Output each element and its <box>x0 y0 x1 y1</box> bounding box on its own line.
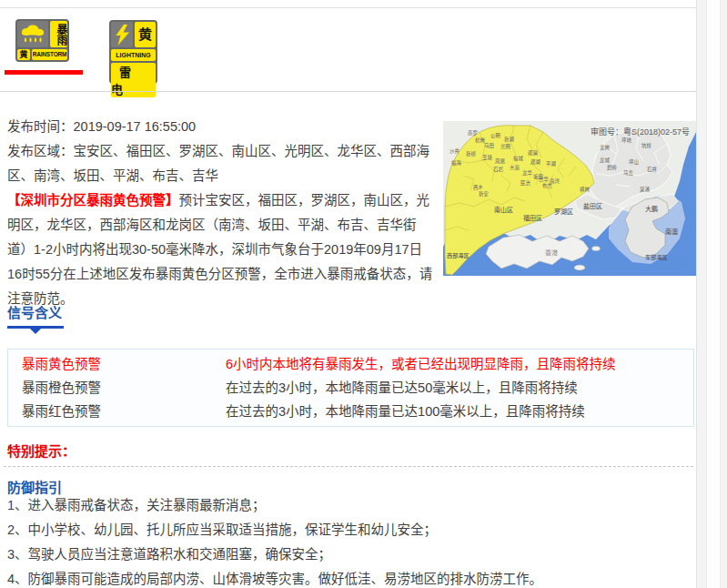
map-label: 香港 <box>545 248 558 257</box>
map-label: 石岩 <box>493 166 503 173</box>
rainstorm-en-label: RAINSTORM <box>32 49 67 60</box>
map-label: 福城 <box>513 155 523 162</box>
signal-meaning-title: 信号含义 <box>7 302 64 321</box>
map-label: 罗湖区 <box>554 208 573 216</box>
map-label: 新湖 <box>504 136 514 143</box>
signal-meaning-heading: 信号含义 <box>7 302 64 334</box>
map-label: 新桥 <box>466 150 476 157</box>
weather-warning-page: 暴雨 黄 RAINSTORM 黄 LIGHTNING 雷电 <box>0 0 727 588</box>
map-label: 福田区 <box>523 214 542 222</box>
active-tab-indicator <box>5 70 83 75</box>
map-label: 观澜 <box>528 149 538 157</box>
map-label: 南山区 <box>494 206 513 214</box>
map-label: 坪山 <box>629 158 639 166</box>
map-label: 碧岭 <box>607 164 617 171</box>
map-label: 东部海区 <box>645 254 668 261</box>
publish-area-label: 发布区域： <box>7 144 74 158</box>
map-label: 龙岗 <box>600 144 610 151</box>
map-label: 平湖 <box>546 160 556 167</box>
scrollbar-thumb[interactable] <box>706 0 721 588</box>
special-note-heading: 特别提示： <box>7 441 76 460</box>
map-label: 光明 <box>500 143 510 150</box>
map-label: 石井 <box>647 166 657 173</box>
list-item: 1、进入暴雨戒备状态，关注暴雨最新消息； <box>7 493 699 518</box>
defense-guide-list: 1、进入暴雨戒备状态，关注暴雨最新消息； 2、中小学校、幼儿园、托儿所应当采取适… <box>7 493 699 588</box>
map-label: 公明 <box>490 133 500 139</box>
map-label: 玉塘 <box>482 154 492 161</box>
lightning-bolt-icon <box>111 22 133 47</box>
table-row: 暴雨橙色预警 在过去的3小时，本地降雨量已达50毫米以上，且降雨将持续 <box>8 379 693 397</box>
map-label: 吉华 <box>539 176 549 183</box>
map-label: 马田 <box>484 142 494 149</box>
list-item: 3、驾驶人员应当注意道路积水和交通阻塞，确保安全； <box>7 542 699 567</box>
signal-name: 暴雨黄色预警 <box>8 355 226 373</box>
dotted-divider <box>4 466 693 467</box>
top-divider <box>0 7 696 8</box>
rainstorm-grade-label: 黄 <box>17 49 30 60</box>
list-item: 4、防御暴雨可能造成的局部内涝、山体滑坡等灾害。做好低洼、易涝地区的排水防涝工作… <box>7 567 699 588</box>
table-row: 暴雨红色预警 在过去的3小时，本地降雨量已达100毫米以上，且降雨将持续 <box>8 402 693 421</box>
warning-title: 【深圳市分区暴雨黄色预警】 <box>7 193 179 208</box>
signal-desc: 6小时内本地将有暴雨发生，或者已经出现明显降雨，且降雨将持续 <box>226 355 693 373</box>
shenzhen-warning-map: 西部海区 南山区 福田区 罗湖区 盐田区 香港 大鹏 南澳 东部海区 燕罗 松岗… <box>443 121 696 276</box>
map-label: 龙华 <box>522 169 532 177</box>
map-label: 大浪 <box>510 164 520 171</box>
map-label: 沙井 <box>449 147 459 155</box>
scrollbar-track[interactable] <box>696 0 727 588</box>
map-label: 坑梓 <box>641 142 651 149</box>
signal-desc: 在过去的3小时，本地降雨量已达50毫米以上，且降雨将持续 <box>226 379 693 397</box>
map-label: 马峦 <box>623 169 633 177</box>
map-label: 福海 <box>451 159 461 167</box>
map-label: 葵涌 <box>640 186 650 193</box>
tab-lightning-warning[interactable]: 黄 LIGHTNING 雷电 <box>109 20 157 84</box>
publish-time-value: 2019-09-17 16:55:00 <box>74 119 197 134</box>
rain-cloud-icon <box>17 21 48 47</box>
map-label: 西部海区 <box>447 252 470 259</box>
signal-desc: 在过去的3小时，本地降雨量已达100毫米以上，且降雨将持续 <box>226 402 693 421</box>
rainstorm-label: 暴雨 <box>50 21 67 47</box>
map-label: 新安 <box>479 190 489 198</box>
lightning-grade-label: 黄 <box>135 22 156 47</box>
publish-time-label: 发布时间： <box>7 119 74 134</box>
signal-name: 暴雨橙色预警 <box>8 379 226 397</box>
signal-name: 暴雨红色预警 <box>8 402 226 421</box>
map-approval-number: 审图号：粤S(2018)02-57号 <box>591 126 690 137</box>
map-label: 南澳 <box>665 228 678 236</box>
tab-rainstorm-warning[interactable]: 暴雨 黄 RAINSTORM <box>15 19 69 62</box>
map-label: 观湖 <box>530 158 540 166</box>
map-label: 盐田区 <box>583 202 602 210</box>
table-row: 暴雨黄色预警 6小时内本地将有暴雨发生，或者已经出现明显降雨，且降雨将持续 <box>8 355 693 373</box>
warning-body: 预计宝安区，福田区，罗湖区，南山区，光明区，龙华区，西部海区和龙岗区（南湾、坂田… <box>7 193 432 306</box>
header-divider <box>0 91 696 92</box>
map-label: 西乡 <box>473 185 483 191</box>
map-label: 燕罗 <box>468 129 478 137</box>
rainstorm-yellow-warning-icon: 暴雨 黄 RAINSTORM <box>15 19 69 62</box>
district-map-graphic: 西部海区 南山区 福田区 罗湖区 盐田区 香港 大鹏 南澳 东部海区 燕罗 松岗… <box>443 121 696 276</box>
map-label: 横岗 <box>580 186 590 193</box>
lightning-yellow-warning-icon: 黄 LIGHTNING 雷电 <box>109 20 157 84</box>
map-label: 龙城 <box>600 157 610 164</box>
lightning-label: 雷电 <box>111 63 156 97</box>
heading-triangle-icon <box>30 329 41 334</box>
map-label: 坪地 <box>621 137 631 144</box>
warning-content: 西部海区 南山区 福田区 罗湖区 盐田区 香港 大鹏 南澳 东部海区 燕罗 松岗… <box>7 115 699 311</box>
lightning-en-label: LIGHTNING <box>111 49 156 61</box>
map-label: 南湾 <box>550 177 560 185</box>
list-item: 2、中小学校、幼儿园、托儿所应当采取适当措施，保证学生和幼儿安全； <box>7 518 699 542</box>
map-label: 凤凰 <box>495 158 505 165</box>
signal-table: 暴雨黄色预警 6小时内本地将有暴雨发生，或者已经出现明显降雨，且降雨将持续 暴雨… <box>7 349 694 427</box>
map-label: 民治 <box>520 179 530 187</box>
map-label: 大鹏 <box>645 205 658 213</box>
